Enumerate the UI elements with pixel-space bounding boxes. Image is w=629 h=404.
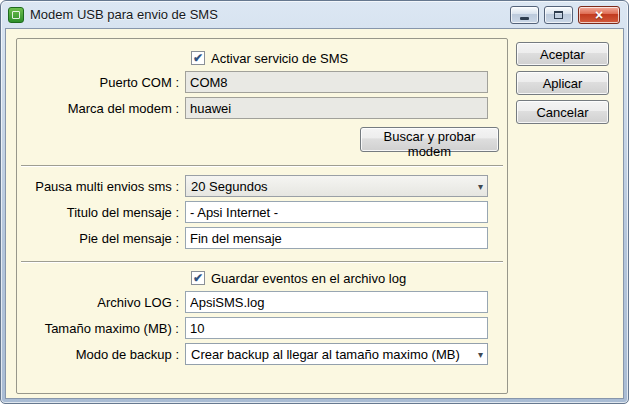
- aceptar-button[interactable]: Aceptar: [516, 42, 609, 66]
- tamano-input[interactable]: [185, 317, 488, 339]
- separator-top: [21, 165, 503, 167]
- archivo-log-input[interactable]: [185, 291, 488, 313]
- marca-modem-input[interactable]: [185, 97, 488, 119]
- check-icon: ✔: [193, 52, 203, 64]
- check-icon: ✔: [193, 272, 203, 284]
- minimize-button[interactable]: [510, 6, 539, 24]
- dialog-action-buttons: Aceptar Aplicar Cancelar: [516, 42, 609, 124]
- maximize-button[interactable]: [544, 6, 573, 24]
- minimize-icon: [520, 17, 529, 20]
- activar-sms-label: Activar servicio de SMS: [211, 51, 348, 66]
- modo-backup-row: Modo de backup : Crear backup al llegar …: [17, 343, 499, 365]
- modo-backup-value: Crear backup al llegar al tamaño maximo …: [191, 347, 474, 362]
- pie-input[interactable]: [185, 227, 488, 249]
- archivo-log-label: Archivo LOG :: [17, 295, 185, 310]
- form-panel: ✔ Activar servicio de SMS Puerto COM : M…: [16, 38, 508, 394]
- tamano-label: Tamaño maximo (MB) :: [17, 321, 185, 336]
- close-icon: ×: [595, 8, 603, 22]
- pausa-row: Pausa multi envios sms : 20 Segundos ▾: [17, 175, 499, 197]
- dialog-window: Modem USB para envio de SMS × ✔ Activar …: [0, 0, 629, 404]
- window-title: Modem USB para envio de SMS: [30, 7, 218, 22]
- modo-backup-combobox[interactable]: Crear backup al llegar al tamaño maximo …: [185, 343, 488, 365]
- aplicar-button[interactable]: Aplicar: [516, 71, 609, 95]
- titulo-input[interactable]: [185, 201, 488, 223]
- pie-row: Pie del mensaje :: [17, 227, 499, 249]
- activar-sms-checkbox[interactable]: ✔: [191, 51, 205, 65]
- dialog-content: ✔ Activar servicio de SMS Puerto COM : M…: [5, 28, 624, 399]
- separator-bottom: [21, 261, 503, 263]
- puerto-com-input[interactable]: [185, 71, 488, 93]
- chevron-down-icon: ▾: [478, 349, 483, 360]
- pausa-label: Pausa multi envios sms :: [17, 179, 185, 194]
- pausa-combobox[interactable]: 20 Segundos ▾: [185, 175, 488, 197]
- guardar-log-checkbox[interactable]: ✔: [191, 271, 205, 285]
- archivo-log-row: Archivo LOG :: [17, 291, 499, 313]
- guardar-log-row: ✔ Guardar eventos en el archivo log: [191, 269, 499, 287]
- marca-modem-label: Marca del modem :: [17, 101, 185, 116]
- cancelar-button[interactable]: Cancelar: [516, 100, 609, 124]
- close-button[interactable]: ×: [578, 6, 620, 24]
- buscar-modem-row: Buscar y probar modem: [17, 127, 499, 152]
- buscar-modem-button[interactable]: Buscar y probar modem: [360, 127, 499, 152]
- tamano-row: Tamaño maximo (MB) :: [17, 317, 499, 339]
- activar-sms-row: ✔ Activar servicio de SMS: [191, 49, 507, 67]
- puerto-com-label: Puerto COM :: [17, 75, 185, 90]
- titulo-row: Titulo del mensaje :: [17, 201, 499, 223]
- pie-label: Pie del mensaje :: [17, 231, 185, 246]
- pausa-value: 20 Segundos: [191, 179, 474, 194]
- puerto-com-row: Puerto COM :: [17, 71, 499, 93]
- window-controls: ×: [510, 6, 620, 24]
- titulo-label: Titulo del mensaje :: [17, 205, 185, 220]
- modo-backup-label: Modo de backup :: [17, 347, 185, 362]
- chevron-down-icon: ▾: [478, 181, 483, 192]
- app-icon: [8, 7, 24, 23]
- maximize-icon: [554, 11, 563, 19]
- titlebar[interactable]: Modem USB para envio de SMS ×: [1, 1, 628, 28]
- guardar-log-label: Guardar eventos en el archivo log: [211, 271, 406, 286]
- marca-modem-row: Marca del modem :: [17, 97, 499, 119]
